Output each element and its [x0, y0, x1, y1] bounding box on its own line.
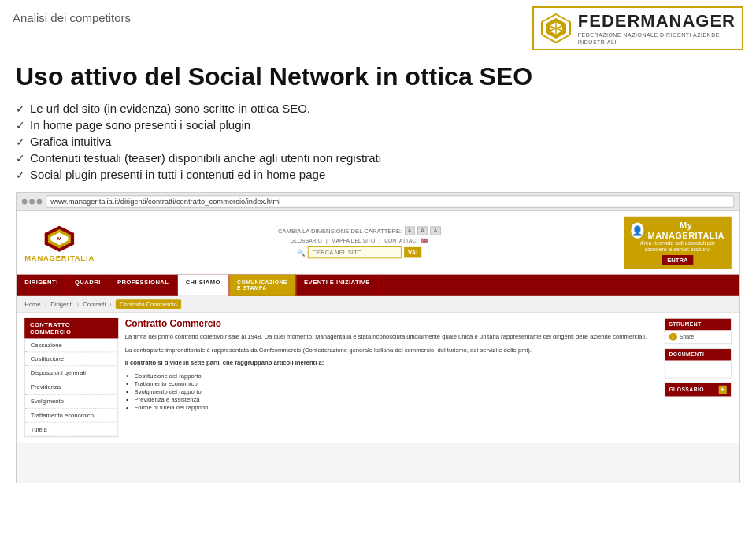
breadcrumb-sep: ›	[45, 300, 47, 307]
breadcrumb-contratti[interactable]: Contratti	[83, 300, 106, 307]
sidebar-link-tutela[interactable]: Tutela	[25, 422, 117, 436]
sidebar-link-costituzione[interactable]: Costituzione	[25, 352, 117, 366]
flag-icon: 🇬🇧	[421, 238, 428, 244]
sidebar-link-cessazione[interactable]: Cessazione	[25, 338, 117, 352]
site-header: M MANAGERITALIA CAMBIA LA DIMENSIONE DEL…	[17, 211, 739, 275]
breadcrumb-sep: ›	[109, 300, 112, 307]
my-manageritalia-banner: 👤 My MANAGERITALIA Area riservata agli a…	[624, 216, 731, 268]
bullet-list: ✓Le url del sito (in evidenza) sono scri…	[16, 102, 740, 181]
check-icon: ✓	[16, 135, 25, 148]
main-nav: DIRIGENTI QUADRI PROFESSIONAL CHI SIAMO …	[17, 274, 739, 295]
sidebar-link-disposizioni[interactable]: Disposizioni generali	[25, 366, 117, 380]
search-input[interactable]	[308, 246, 402, 258]
bullet-text-2: Grafica intuitiva	[30, 135, 111, 148]
nav-quadri[interactable]: QUADRI	[67, 274, 109, 295]
logo-emblem-icon	[540, 13, 572, 44]
article-bold: Il contratto si divide in sette parti, c…	[125, 359, 324, 366]
breadcrumb-current: Contratto Commercio	[116, 299, 181, 309]
manageritalia-logo-icon: M	[43, 223, 76, 253]
sidebar-link-trattamento[interactable]: Trattamento economico	[25, 408, 117, 422]
list-item: Svolgimento del rapporto	[135, 387, 658, 394]
article-paragraph-1: La controparte imprenditoriale è rappres…	[125, 346, 658, 354]
right-sidebar: STRUMENTI + Share DOCUMENTI ............	[664, 318, 731, 437]
search-button[interactable]: VAI	[404, 246, 421, 257]
address-url-bar[interactable]: www.manageritalia.it/dirigenti/contratti…	[46, 195, 733, 207]
strumenti-box: STRUMENTI + Share	[664, 318, 731, 344]
site-preview: www.manageritalia.it/dirigenti/contratti…	[16, 192, 740, 483]
site-content: CONTRATTO COMMERCIO Cessazione Costituzi…	[17, 313, 739, 443]
nav-dirigenti[interactable]: DIRIGENTI	[17, 274, 67, 295]
article-paragraph-2: Il contratto si divide in sette parti, c…	[125, 358, 658, 367]
svg-text:M: M	[57, 236, 61, 241]
browser-btn	[37, 198, 43, 204]
article-paragraph-0: La firma del primo contratto collettivo …	[125, 332, 658, 341]
sidebar-link-previdenza[interactable]: Previdenza	[25, 380, 117, 395]
site-preview-inner: www.manageritalia.it/dirigenti/contratti…	[17, 193, 739, 443]
share-btn[interactable]: + Share	[669, 332, 726, 340]
font-size-btn-small[interactable]: A	[405, 226, 415, 235]
share-icon: +	[669, 332, 676, 340]
share-label: Share	[680, 334, 694, 340]
list-item: ✓Contenuti testuali (teaser) disponibili…	[16, 151, 740, 165]
breadcrumb-home[interactable]: Home	[24, 300, 40, 307]
logo-subtext: FEDERAZIONE NAZIONALE DIRIGENTI AZIENDE …	[578, 31, 736, 46]
nav-professional[interactable]: PROFESSIONAL	[109, 274, 178, 295]
bullet-text-4: Social plugin presenti in tutti i conten…	[30, 168, 325, 181]
sidebar-links: Cessazione Costituzione Disposizioni gen…	[24, 338, 118, 437]
list-item: Forme di tutela del rapporto	[135, 404, 658, 411]
sep: |	[379, 238, 380, 244]
sidebar-link-svolgimento[interactable]: Svolgimento	[25, 394, 117, 408]
list-item: ✓Le url del sito (in evidenza) sono scri…	[16, 102, 740, 115]
glossario-title: GLOSSARIO +	[665, 383, 730, 396]
font-size-btn-large[interactable]: A	[430, 226, 440, 235]
documenti-placeholder: ............	[669, 367, 687, 373]
banner-enter-btn[interactable]: ENTRA	[662, 255, 693, 265]
banner-text: My MANAGERITALIA	[648, 220, 724, 240]
list-item: Costituzione del rapporto	[135, 372, 658, 379]
breadcrumb-bar: Home › Dirigenti › Contratti › Contratto…	[17, 295, 739, 312]
nav-chi-siamo[interactable]: CHI SIAMO	[177, 274, 228, 295]
logo-main: FEDERMANAGER	[578, 11, 736, 31]
nav-comunicazione[interactable]: COMUNICAZIONEE STAMPA	[229, 274, 296, 295]
glossario-box: GLOSSARIO +	[664, 382, 731, 397]
check-icon: ✓	[16, 119, 25, 132]
check-icon: ✓	[16, 102, 25, 115]
logo-feder: FEDER	[578, 11, 641, 31]
list-item: Previdenza e assistenza	[135, 396, 658, 403]
article-area: Contratto Commercio La firma del primo c…	[125, 318, 658, 437]
top-bar: Analisi dei competitors FEDERMANAGER FED…	[0, 0, 756, 54]
list-item: ✓Social plugin presenti in tutti i conte…	[16, 168, 740, 181]
contattaci-link[interactable]: CONTATTACI	[384, 238, 417, 244]
sep: |	[326, 238, 328, 244]
browser-btn	[22, 198, 28, 204]
search-icon: 🔍	[297, 249, 305, 256]
check-icon: ✓	[16, 169, 25, 181]
left-sidebar: CONTRATTO COMMERCIO Cessazione Costituzi…	[24, 318, 118, 437]
check-icon: ✓	[16, 152, 25, 165]
logo-text: FEDERMANAGER FEDERAZIONE NAZIONALE DIRIG…	[578, 11, 736, 46]
list-item: Trattamento economico	[135, 380, 658, 387]
font-size-btn-medium[interactable]: A	[417, 226, 428, 235]
sidebar-title: CONTRATTO COMMERCIO	[24, 318, 118, 339]
strumenti-title: STRUMENTI	[665, 318, 730, 329]
browser-btn	[29, 198, 35, 204]
search-row: 🔍 VAI	[297, 246, 421, 258]
banner-icon: 👤	[631, 222, 643, 238]
glossario-btn[interactable]: GLOSSARIO +	[669, 385, 726, 393]
glossario-link[interactable]: GLOSSARIO	[291, 238, 322, 244]
bullet-text-0: Le url del sito (in evidenza) sono scrit…	[30, 102, 310, 115]
nav-eventi[interactable]: EVENTI E INIZIATIVE	[296, 274, 379, 295]
logo-box: FEDERMANAGER FEDERAZIONE NAZIONALE DIRIG…	[532, 6, 743, 50]
article-list: Costituzione del rapporto Trattamento ec…	[135, 372, 658, 410]
main-content: Uso attivo del Social Network in ottica …	[0, 54, 756, 491]
breadcrumb-sep: ›	[77, 300, 80, 307]
breadcrumb-dirigenti[interactable]: Dirigenti	[50, 300, 72, 307]
site-logo: M MANAGERITALIA	[24, 223, 94, 261]
mappa-link[interactable]: MAPPA DEL SITO	[332, 238, 375, 244]
top-nav-links: GLOSSARIO | MAPPA DEL SITO | CONTATTACI …	[291, 238, 428, 244]
banner-title: My MANAGERITALIA	[648, 220, 724, 240]
bullet-text-3: Contenuti testuali (teaser) disponibili …	[30, 151, 381, 165]
section-label: Analisi dei competitors	[13, 11, 131, 24]
font-size-label: CAMBIA LA DIMENSIONE DEL CARATTERE:	[278, 227, 402, 234]
site-logo-name: MANAGERITALIA	[24, 254, 94, 261]
